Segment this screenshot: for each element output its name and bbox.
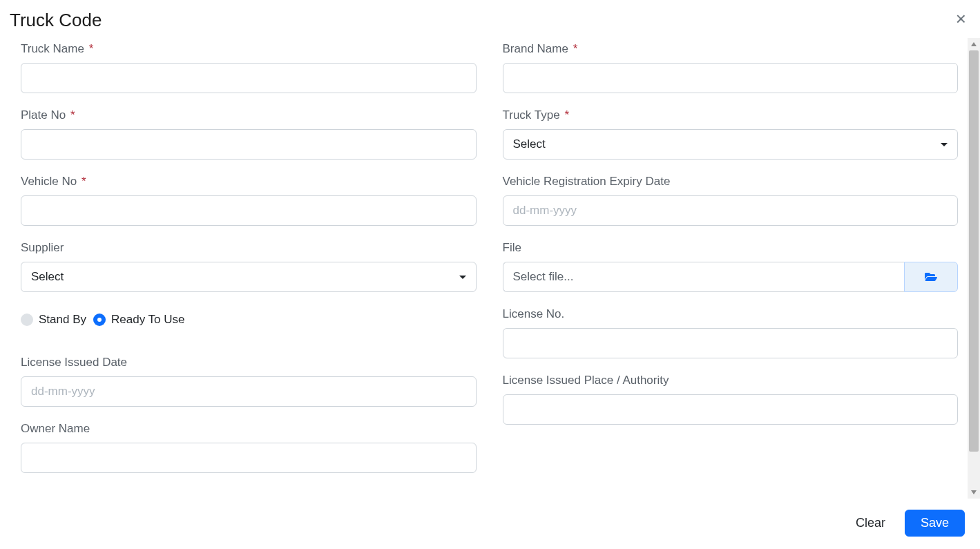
- label-text: Brand Name: [503, 42, 568, 55]
- vehicle-no-input[interactable]: [21, 195, 477, 226]
- caret-down-icon: [459, 276, 466, 279]
- group-owner-name: Owner Name: [21, 422, 477, 473]
- reg-expiry-input[interactable]: [503, 195, 959, 226]
- license-no-input[interactable]: [503, 328, 959, 358]
- license-issued-date-input[interactable]: [21, 376, 477, 407]
- file-input-group: Select file...: [503, 262, 959, 292]
- svg-marker-1: [971, 490, 977, 494]
- group-license-issued-date: License Issued Date: [21, 356, 477, 407]
- plate-no-input[interactable]: [21, 129, 477, 160]
- radio-label-standby: Stand By: [39, 313, 86, 327]
- license-place-input[interactable]: [503, 394, 959, 425]
- group-brand-name: Brand Name *: [503, 42, 959, 93]
- modal-footer: Clear Save: [0, 499, 980, 549]
- modal-title: Truck Code: [10, 10, 102, 31]
- label-vehicle-no: Vehicle No *: [21, 175, 477, 189]
- group-reg-expiry: Vehicle Registration Expiry Date: [503, 175, 959, 226]
- truck-name-input[interactable]: [21, 63, 477, 93]
- scrollbar[interactable]: [968, 38, 980, 499]
- clear-button[interactable]: Clear: [846, 510, 895, 536]
- scroll-down-arrow[interactable]: [968, 486, 980, 499]
- label-text: Truck Type: [503, 108, 560, 122]
- label-truck-type: Truck Type *: [503, 108, 959, 122]
- required-marker: *: [70, 108, 75, 122]
- modal-body: Truck Name * Plate No *: [0, 38, 968, 499]
- caret-down-icon: [941, 143, 948, 146]
- owner-name-input[interactable]: [21, 443, 477, 473]
- label-reg-expiry: Vehicle Registration Expiry Date: [503, 175, 959, 189]
- file-browse-button[interactable]: [904, 262, 958, 292]
- group-license-no: License No.: [503, 307, 959, 358]
- group-vehicle-no: Vehicle No *: [21, 175, 477, 226]
- triangle-down-icon: [970, 489, 977, 496]
- label-plate-no: Plate No *: [21, 108, 477, 122]
- scroll-thumb[interactable]: [969, 50, 979, 452]
- label-text: Vehicle No: [21, 175, 77, 188]
- group-license-place: License Issued Place / Authority: [503, 374, 959, 425]
- truck-type-selected-text: Select: [513, 137, 546, 151]
- required-marker: *: [573, 42, 578, 55]
- label-license-issued-date: License Issued Date: [21, 356, 477, 369]
- scroll-track[interactable]: [968, 50, 980, 486]
- supplier-select[interactable]: Select: [21, 262, 477, 292]
- group-supplier: Supplier Select: [21, 241, 477, 292]
- group-status: Stand By Ready To Use: [21, 307, 477, 327]
- label-license-place: License Issued Place / Authority: [503, 374, 959, 387]
- form-row: Truck Name * Plate No *: [21, 42, 958, 488]
- radio-standby[interactable]: Stand By: [21, 313, 86, 327]
- radio-label-ready: Ready To Use: [111, 313, 184, 327]
- close-button[interactable]: ×: [952, 10, 970, 28]
- label-license-no: License No.: [503, 307, 959, 321]
- radio-dot-standby: [21, 314, 33, 326]
- label-file: File: [503, 241, 959, 255]
- label-text: Plate No: [21, 108, 66, 122]
- modal-body-wrap: Truck Name * Plate No *: [0, 38, 980, 499]
- brand-name-input[interactable]: [503, 63, 959, 93]
- form-col-left: Truck Name * Plate No *: [21, 42, 477, 488]
- label-truck-name: Truck Name *: [21, 42, 477, 56]
- group-file: File Select file...: [503, 241, 959, 292]
- radio-dot-ready: [93, 314, 106, 326]
- group-plate-no: Plate No *: [21, 108, 477, 160]
- form-col-right: Brand Name * Truck Type * Select: [503, 42, 959, 488]
- file-display[interactable]: Select file...: [503, 262, 905, 292]
- required-marker: *: [81, 175, 86, 188]
- scroll-up-arrow[interactable]: [968, 38, 980, 50]
- truck-code-modal: Truck Code × Truck Name * Pla: [0, 0, 980, 549]
- label-supplier: Supplier: [21, 241, 477, 255]
- radio-ready[interactable]: Ready To Use: [93, 313, 184, 327]
- folder-open-icon: [924, 271, 938, 282]
- truck-type-select[interactable]: Select: [503, 129, 959, 160]
- save-button[interactable]: Save: [905, 510, 965, 537]
- triangle-up-icon: [970, 41, 977, 48]
- status-radio-row: Stand By Ready To Use: [21, 307, 477, 327]
- required-marker: *: [89, 42, 94, 55]
- group-truck-name: Truck Name *: [21, 42, 477, 93]
- label-owner-name: Owner Name: [21, 422, 477, 436]
- label-brand-name: Brand Name *: [503, 42, 959, 56]
- required-marker: *: [564, 108, 569, 122]
- label-text: Truck Name: [21, 42, 84, 55]
- supplier-selected-text: Select: [31, 270, 64, 284]
- svg-marker-0: [971, 42, 977, 46]
- modal-header: Truck Code ×: [0, 0, 980, 38]
- group-truck-type: Truck Type * Select: [503, 108, 959, 160]
